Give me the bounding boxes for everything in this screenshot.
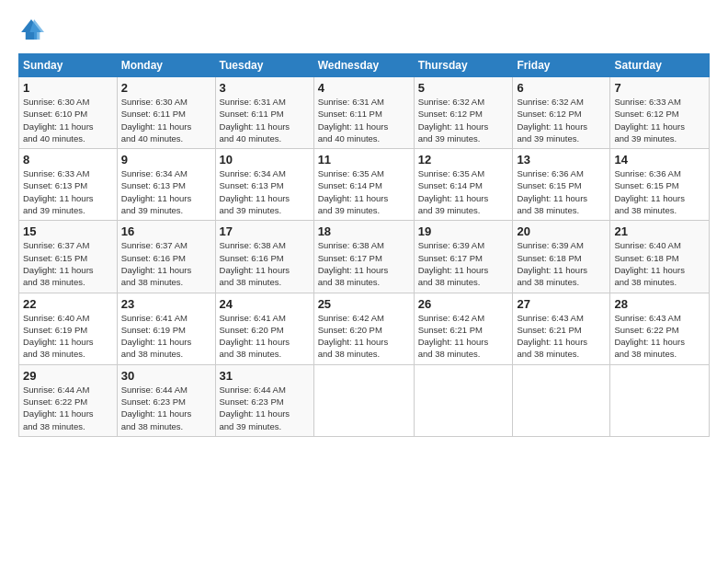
day-cell	[414, 364, 513, 436]
day-cell: 30Sunrise: 6:44 AMSunset: 6:23 PMDayligh…	[117, 364, 215, 436]
day-cell: 29Sunrise: 6:44 AMSunset: 6:22 PMDayligh…	[19, 364, 118, 436]
day-cell: 13Sunrise: 6:36 AMSunset: 6:15 PMDayligh…	[513, 149, 610, 221]
day-info: Sunrise: 6:37 AMSunset: 6:16 PMDaylight:…	[121, 239, 211, 288]
day-cell: 28Sunrise: 6:43 AMSunset: 6:22 PMDayligh…	[610, 293, 710, 364]
day-cell: 2Sunrise: 6:30 AMSunset: 6:11 PMDaylight…	[117, 77, 215, 149]
day-cell	[610, 364, 710, 436]
day-cell: 21Sunrise: 6:40 AMSunset: 6:18 PMDayligh…	[610, 221, 710, 293]
day-cell: 18Sunrise: 6:38 AMSunset: 6:17 PMDayligh…	[313, 221, 414, 293]
day-cell: 26Sunrise: 6:42 AMSunset: 6:21 PMDayligh…	[414, 293, 513, 364]
day-cell: 12Sunrise: 6:35 AMSunset: 6:14 PMDayligh…	[414, 149, 513, 221]
day-info: Sunrise: 6:34 AMSunset: 6:13 PMDaylight:…	[220, 167, 310, 216]
day-info: Sunrise: 6:39 AMSunset: 6:17 PMDaylight:…	[418, 239, 509, 288]
day-cell: 17Sunrise: 6:38 AMSunset: 6:16 PMDayligh…	[215, 221, 313, 293]
day-cell: 23Sunrise: 6:41 AMSunset: 6:19 PMDayligh…	[117, 293, 215, 364]
day-cell: 5Sunrise: 6:32 AMSunset: 6:12 PMDaylight…	[414, 77, 513, 149]
day-cell: 27Sunrise: 6:43 AMSunset: 6:21 PMDayligh…	[513, 293, 610, 364]
header-row: SundayMondayTuesdayWednesdayThursdayFrid…	[19, 54, 710, 77]
day-cell: 25Sunrise: 6:42 AMSunset: 6:20 PMDayligh…	[313, 293, 414, 364]
day-number: 3	[220, 81, 310, 95]
week-row-4: 22Sunrise: 6:40 AMSunset: 6:19 PMDayligh…	[19, 293, 710, 364]
day-info: Sunrise: 6:43 AMSunset: 6:21 PMDaylight:…	[517, 312, 606, 361]
col-header-wednesday: Wednesday	[313, 54, 414, 77]
day-number: 19	[418, 224, 509, 238]
week-row-3: 15Sunrise: 6:37 AMSunset: 6:15 PMDayligh…	[19, 221, 710, 293]
day-number: 24	[220, 297, 310, 311]
day-cell: 3Sunrise: 6:31 AMSunset: 6:11 PMDaylight…	[215, 77, 313, 149]
day-info: Sunrise: 6:44 AMSunset: 6:23 PMDaylight:…	[220, 384, 310, 432]
day-cell: 8Sunrise: 6:33 AMSunset: 6:13 PMDaylight…	[19, 149, 118, 221]
day-info: Sunrise: 6:39 AMSunset: 6:18 PMDaylight:…	[517, 239, 606, 288]
day-info: Sunrise: 6:33 AMSunset: 6:13 PMDaylight:…	[23, 167, 113, 216]
day-info: Sunrise: 6:38 AMSunset: 6:16 PMDaylight:…	[220, 239, 310, 288]
day-cell: 20Sunrise: 6:39 AMSunset: 6:18 PMDayligh…	[513, 221, 610, 293]
day-number: 4	[318, 81, 410, 95]
day-info: Sunrise: 6:44 AMSunset: 6:22 PMDaylight:…	[23, 384, 113, 432]
day-cell: 9Sunrise: 6:34 AMSunset: 6:13 PMDaylight…	[117, 149, 215, 221]
day-info: Sunrise: 6:36 AMSunset: 6:15 PMDaylight:…	[517, 167, 606, 216]
day-number: 26	[418, 297, 509, 311]
day-info: Sunrise: 6:35 AMSunset: 6:14 PMDaylight:…	[418, 167, 509, 216]
day-info: Sunrise: 6:41 AMSunset: 6:20 PMDaylight:…	[220, 312, 310, 361]
day-number: 10	[220, 153, 310, 167]
day-number: 28	[614, 297, 705, 311]
day-number: 21	[614, 224, 705, 238]
day-number: 11	[318, 153, 410, 167]
day-cell	[313, 364, 414, 436]
day-info: Sunrise: 6:42 AMSunset: 6:20 PMDaylight:…	[318, 312, 410, 361]
day-info: Sunrise: 6:36 AMSunset: 6:15 PMDaylight:…	[614, 167, 705, 216]
day-info: Sunrise: 6:35 AMSunset: 6:14 PMDaylight:…	[318, 167, 410, 216]
day-number: 8	[23, 153, 113, 167]
day-cell: 24Sunrise: 6:41 AMSunset: 6:20 PMDayligh…	[215, 293, 313, 364]
day-number: 17	[220, 224, 310, 238]
day-info: Sunrise: 6:42 AMSunset: 6:21 PMDaylight:…	[418, 312, 509, 361]
day-info: Sunrise: 6:40 AMSunset: 6:19 PMDaylight:…	[23, 312, 113, 361]
day-info: Sunrise: 6:30 AMSunset: 6:10 PMDaylight:…	[23, 96, 113, 144]
day-info: Sunrise: 6:34 AMSunset: 6:13 PMDaylight:…	[121, 167, 211, 216]
day-number: 29	[23, 369, 113, 383]
day-number: 9	[121, 153, 211, 167]
day-number: 7	[614, 81, 705, 95]
day-cell: 11Sunrise: 6:35 AMSunset: 6:14 PMDayligh…	[313, 149, 414, 221]
day-number: 18	[318, 224, 410, 238]
day-number: 16	[121, 224, 211, 238]
day-number: 14	[614, 153, 705, 167]
col-header-tuesday: Tuesday	[215, 54, 313, 77]
day-info: Sunrise: 6:41 AMSunset: 6:19 PMDaylight:…	[121, 312, 211, 361]
day-number: 2	[121, 81, 211, 95]
col-header-saturday: Saturday	[610, 54, 710, 77]
day-info: Sunrise: 6:33 AMSunset: 6:12 PMDaylight:…	[614, 96, 705, 144]
main-container: SundayMondayTuesdayWednesdayThursdayFrid…	[0, 0, 728, 446]
day-info: Sunrise: 6:30 AMSunset: 6:11 PMDaylight:…	[121, 96, 211, 144]
day-info: Sunrise: 6:31 AMSunset: 6:11 PMDaylight:…	[220, 96, 310, 144]
day-cell: 1Sunrise: 6:30 AMSunset: 6:10 PMDaylight…	[19, 77, 118, 149]
day-info: Sunrise: 6:32 AMSunset: 6:12 PMDaylight:…	[418, 96, 509, 144]
col-header-monday: Monday	[117, 54, 215, 77]
day-number: 15	[23, 224, 113, 238]
day-number: 30	[121, 369, 211, 383]
calendar-table: SundayMondayTuesdayWednesdayThursdayFrid…	[18, 53, 710, 437]
week-row-5: 29Sunrise: 6:44 AMSunset: 6:22 PMDayligh…	[19, 364, 710, 436]
header	[18, 17, 710, 42]
day-number: 27	[517, 297, 606, 311]
day-cell: 31Sunrise: 6:44 AMSunset: 6:23 PMDayligh…	[215, 364, 313, 436]
day-number: 25	[318, 297, 410, 311]
day-cell: 4Sunrise: 6:31 AMSunset: 6:11 PMDaylight…	[313, 77, 414, 149]
day-info: Sunrise: 6:43 AMSunset: 6:22 PMDaylight:…	[614, 312, 705, 361]
day-number: 22	[23, 297, 113, 311]
day-info: Sunrise: 6:44 AMSunset: 6:23 PMDaylight:…	[121, 384, 211, 432]
day-cell: 14Sunrise: 6:36 AMSunset: 6:15 PMDayligh…	[610, 149, 710, 221]
day-number: 5	[418, 81, 509, 95]
logo-icon	[18, 17, 44, 42]
day-number: 23	[121, 297, 211, 311]
day-info: Sunrise: 6:32 AMSunset: 6:12 PMDaylight:…	[517, 96, 606, 144]
week-row-1: 1Sunrise: 6:30 AMSunset: 6:10 PMDaylight…	[19, 77, 710, 149]
col-header-friday: Friday	[513, 54, 610, 77]
day-number: 20	[517, 224, 606, 238]
day-number: 6	[517, 81, 606, 95]
day-cell	[513, 364, 610, 436]
day-cell: 15Sunrise: 6:37 AMSunset: 6:15 PMDayligh…	[19, 221, 118, 293]
day-number: 1	[23, 81, 113, 95]
day-cell: 16Sunrise: 6:37 AMSunset: 6:16 PMDayligh…	[117, 221, 215, 293]
day-number: 12	[418, 153, 509, 167]
